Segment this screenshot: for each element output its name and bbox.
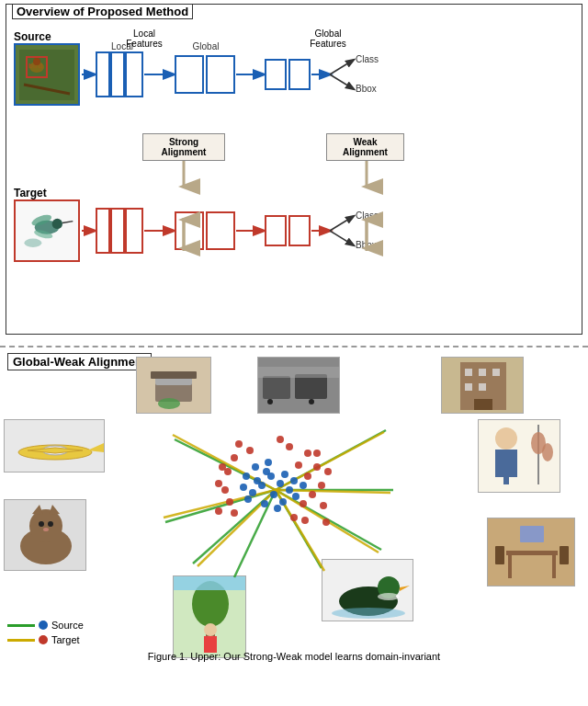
svg-rect-33	[126, 209, 142, 253]
svg-point-82	[43, 528, 49, 531]
svg-text:Class: Class	[356, 211, 379, 221]
figure-caption: Figure 1. Upper: Our Strong-Weak model l…	[0, 649, 588, 664]
svg-rect-63	[479, 383, 486, 391]
svg-point-155	[221, 486, 229, 494]
svg-point-161	[313, 450, 321, 457]
svg-rect-64	[474, 399, 492, 410]
svg-point-80	[39, 521, 44, 527]
legend-source: Source	[7, 620, 84, 631]
svg-rect-62	[465, 383, 472, 391]
svg-rect-36	[207, 212, 234, 249]
source-line-icon	[7, 624, 35, 627]
svg-point-143	[300, 482, 307, 489]
svg-text:Bbox: Bbox	[356, 240, 377, 250]
svg-point-137	[290, 477, 298, 484]
legend-target-label: Target	[51, 634, 80, 645]
svg-point-126	[249, 489, 256, 496]
overview-title: Overview of Proposed Method	[12, 4, 193, 19]
thumb-building	[441, 357, 524, 414]
svg-point-102	[332, 608, 405, 619]
svg-point-152	[300, 500, 307, 507]
svg-point-12	[24, 239, 41, 247]
svg-point-165	[277, 436, 284, 443]
svg-point-8	[52, 219, 62, 229]
global-features-label: GlobalFeatures	[300, 28, 356, 49]
target-pipeline-svg: Class Bbox	[82, 199, 569, 273]
svg-point-159	[320, 502, 327, 509]
thumb-person-illustration	[478, 419, 560, 493]
svg-point-157	[235, 440, 243, 448]
svg-point-167	[322, 518, 330, 526]
source-image: bird	[14, 43, 80, 106]
target-line-icon	[7, 639, 35, 642]
legend-source-label: Source	[51, 620, 84, 631]
svg-point-139	[279, 498, 287, 506]
svg-rect-15	[111, 52, 124, 97]
svg-rect-31	[96, 209, 109, 253]
svg-point-89	[542, 443, 553, 461]
svg-rect-61	[492, 369, 500, 376]
svg-rect-59	[465, 369, 472, 376]
svg-point-158	[286, 443, 293, 450]
svg-point-162	[301, 517, 309, 524]
svg-rect-19	[207, 56, 234, 93]
target-image	[14, 199, 80, 262]
source-pipeline-svg: Local Global Class Bbox	[82, 43, 569, 117]
weak-alignment-box: Weak Alignment	[326, 133, 404, 161]
svg-point-140	[265, 459, 272, 466]
svg-point-106	[204, 623, 217, 636]
svg-point-153	[290, 514, 298, 521]
legend-target: Target	[7, 634, 84, 645]
svg-rect-22	[289, 60, 310, 89]
svg-text:Class: Class	[356, 54, 379, 64]
svg-point-129	[277, 480, 284, 487]
svg-point-84	[495, 427, 517, 450]
svg-rect-91	[506, 551, 558, 555]
svg-point-77	[29, 509, 62, 542]
local-features-label: LocalFeatures	[117, 28, 172, 49]
strong-alignment-box: Strong Alignment	[142, 133, 225, 161]
svg-line-41	[330, 216, 354, 231]
scatter-plot	[147, 384, 404, 596]
gwa-title: Global-Weak Alignment	[7, 353, 152, 370]
svg-rect-95	[560, 546, 569, 564]
svg-point-144	[231, 454, 238, 461]
svg-rect-93	[552, 555, 556, 578]
svg-point-160	[215, 480, 222, 487]
svg-point-156	[226, 498, 233, 506]
svg-rect-56	[258, 367, 340, 378]
svg-rect-16	[126, 52, 142, 97]
svg-point-147	[295, 461, 302, 469]
svg-point-150	[318, 482, 325, 489]
bottom-section: Global-Weak Alignment	[0, 346, 588, 667]
svg-rect-92	[508, 555, 512, 578]
svg-point-134	[274, 505, 281, 512]
svg-text:Global: Global	[193, 41, 220, 51]
thumb-dining	[487, 518, 575, 586]
svg-line-42	[330, 231, 354, 245]
target-label: Target	[14, 187, 47, 199]
svg-line-25	[330, 74, 354, 89]
svg-point-135	[286, 486, 293, 494]
svg-rect-21	[266, 60, 286, 89]
target-dot-icon	[39, 635, 48, 644]
svg-rect-39	[289, 216, 310, 245]
svg-point-142	[243, 473, 250, 480]
svg-rect-73	[151, 371, 197, 379]
svg-point-81	[48, 521, 53, 527]
svg-point-146	[313, 463, 321, 471]
svg-point-138	[240, 484, 247, 491]
svg-point-133	[261, 500, 268, 507]
top-section: Overview of Proposed Method Source Targe…	[6, 4, 582, 335]
svg-line-116	[234, 490, 276, 577]
svg-rect-18	[175, 56, 203, 93]
svg-point-149	[304, 473, 311, 480]
svg-point-163	[219, 463, 226, 471]
svg-rect-94	[495, 546, 504, 564]
svg-rect-38	[266, 216, 286, 245]
svg-point-136	[252, 463, 259, 471]
source-label: Source	[14, 30, 51, 43]
svg-point-132	[244, 495, 252, 503]
svg-point-130	[270, 491, 277, 498]
svg-point-127	[258, 482, 266, 489]
